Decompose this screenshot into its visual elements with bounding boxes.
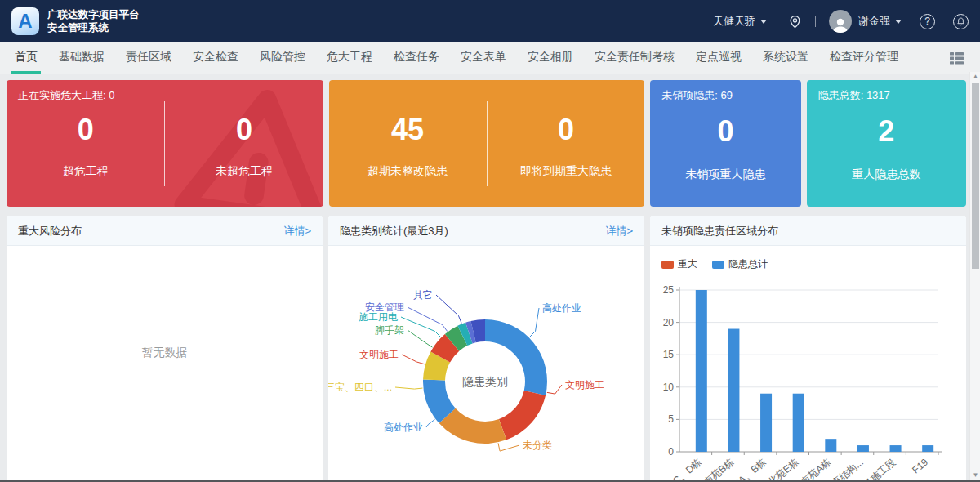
project-name: 天健天骄	[713, 14, 755, 29]
app-window: A 广联达数字项目平台 安全管理系统 天健天骄 谢金强 ?	[0, 0, 980, 482]
panel-major-risk-distribution: 重大风险分布 详情> 暂无数据	[7, 216, 323, 482]
scrollbar-up-arrow[interactable]: ▲	[970, 72, 980, 82]
legend-item-major[interactable]: 重大	[662, 257, 697, 271]
bar[interactable]	[760, 394, 772, 452]
tab-responsibility-assessment[interactable]: 安全责任制考核	[591, 42, 678, 74]
x-category-label: 南苑A栋	[799, 457, 834, 482]
tab-check-task[interactable]: 检查任务	[390, 42, 443, 74]
location-person-icon[interactable]	[788, 15, 802, 29]
tab-system-settings[interactable]: 系统设置	[760, 42, 812, 74]
x-category-label: 北苑E栋	[766, 457, 801, 482]
stat-value: 2	[878, 117, 894, 146]
pie-label: 高处作业	[384, 422, 423, 433]
y-tick-label: 10	[663, 382, 675, 393]
y-tick-label: 5	[668, 413, 674, 425]
legend-item-total[interactable]: 隐患总计	[712, 257, 768, 271]
avatar[interactable]	[829, 10, 852, 33]
stat-label: 超期未整改隐患	[368, 164, 448, 179]
stat-value: 0	[558, 115, 574, 145]
scrollbar-down-arrow[interactable]: ▼	[970, 471, 980, 480]
tab-responsibility-area[interactable]: 责任区域	[122, 42, 175, 74]
hazard-category-donut-chart[interactable]: 高处作业文明施工未分类高处作业三宝、四口、...文明施工脚手架施工用电安全管理其…	[328, 246, 644, 482]
app-title-line2: 安全管理系统	[47, 21, 140, 34]
app-logo-icon: A	[11, 7, 39, 35]
project-selector[interactable]: 天健天骄	[713, 14, 767, 29]
card-title: 隐患总数: 1317	[818, 88, 890, 103]
grid-menu-icon[interactable]	[950, 52, 964, 65]
pie-slice[interactable]	[499, 391, 546, 440]
tab-dangerous-project[interactable]: 危大工程	[323, 42, 376, 74]
pie-label-leader	[498, 443, 519, 451]
pie-label-leader	[402, 355, 425, 364]
chevron-down-icon	[895, 20, 902, 24]
stat-value: 0	[236, 115, 252, 145]
notification-bell-icon[interactable]	[953, 14, 969, 29]
pie-label-leader	[547, 385, 562, 394]
pie-label: 文明施工	[359, 349, 399, 360]
y-tick-label: 20	[663, 317, 675, 328]
pie-label: 文明施工	[565, 379, 604, 391]
pie-center-label: 隐患类别	[462, 375, 508, 388]
detail-link[interactable]: 详情>	[605, 224, 633, 239]
pie-label-leader	[436, 295, 461, 324]
chart-legend: 重大 隐患总计	[662, 257, 768, 271]
pie-label-leader	[408, 330, 432, 347]
panel-hazard-category-stats: 隐患类别统计(最近3月) 详情> 高处作业文明施工未分类高处作业三宝、四口、..…	[328, 216, 644, 482]
tab-check-score[interactable]: 检查评分管理	[826, 42, 902, 74]
pie-label-leader	[395, 387, 422, 389]
card-title: 未销项隐患: 69	[662, 88, 733, 103]
y-tick-label: 25	[663, 284, 675, 296]
panel-title: 隐患类别统计(最近3月)	[340, 224, 448, 239]
panel-region-distribution: 未销项隐患责任区域分布 重大 隐患总计 0510152025北苑C、D栋南苑B栋	[650, 216, 966, 482]
y-tick-label: 0	[668, 446, 674, 457]
stat-label: 超危工程	[63, 164, 109, 179]
bar[interactable]	[728, 329, 739, 452]
card-overdue-hazards[interactable]: 45 超期未整改隐患 0 即将到期重大隐患	[329, 80, 645, 207]
tab-safety-check[interactable]: 安全检查	[189, 42, 242, 74]
app-title-line1: 广联达数字项目平台	[47, 8, 140, 21]
pie-label-leader	[426, 419, 435, 427]
stat-label: 未超危工程	[216, 164, 273, 179]
user-name[interactable]: 谢金强	[858, 14, 890, 29]
x-category-label: 北苑C、D栋	[656, 457, 704, 482]
pie-label: 安全管理	[365, 301, 404, 313]
header-divider	[815, 16, 816, 27]
pie-label: 高处作业	[542, 302, 581, 314]
tab-safety-form[interactable]: 安全表单	[457, 42, 510, 74]
y-tick-label: 15	[663, 349, 675, 360]
bar[interactable]	[858, 445, 869, 452]
bar[interactable]	[890, 445, 902, 452]
stat-value: 45	[391, 115, 424, 145]
pie-label: 三宝、四口、...	[328, 382, 392, 393]
pie-label: 施工用电	[359, 311, 398, 323]
stat-value: 0	[717, 117, 733, 146]
bar[interactable]	[825, 439, 836, 452]
page-scrollbar[interactable]: ▲ ▼	[969, 72, 980, 482]
stat-label: 重大隐患总数	[852, 167, 920, 182]
bar[interactable]	[922, 445, 933, 452]
tab-safety-album[interactable]: 安全相册	[524, 42, 577, 74]
tab-home[interactable]: 首页	[11, 42, 41, 74]
tab-basic-data[interactable]: 基础数据	[56, 42, 108, 74]
legend-swatch	[712, 261, 724, 269]
chevron-down-icon	[760, 20, 767, 24]
scrollbar-thumb[interactable]	[972, 83, 979, 269]
detail-link[interactable]: 详情>	[283, 224, 311, 239]
pie-label: 其它	[413, 289, 433, 301]
card-total-major-hazards[interactable]: 隐患总数: 1317 2 重大隐患总数	[807, 80, 966, 207]
x-category-label: B-1施工段	[857, 457, 898, 482]
legend-label: 隐患总计	[728, 257, 768, 271]
tab-fixed-patrol[interactable]: 定点巡视	[693, 42, 745, 74]
app-header: A 广联达数字项目平台 安全管理系统 天健天骄 谢金强 ?	[0, 0, 980, 42]
x-category-label: 南苑B栋	[702, 457, 737, 482]
help-icon[interactable]: ?	[920, 14, 935, 29]
bar[interactable]	[793, 394, 804, 452]
card-open-major-hazards[interactable]: 未销项隐患: 69 0 未销项重大隐患	[650, 80, 800, 207]
region-bar-chart[interactable]: 0510152025北苑C、D栋南苑B栋北苑A、B栋北苑E栋南苑A栋北苑E座结构…	[650, 246, 966, 482]
pie-label-leader	[408, 307, 448, 332]
tab-risk-control[interactable]: 风险管控	[256, 42, 309, 74]
card-dangerous-projects[interactable]: 正在实施危大工程: 0 0 超危工程 0 未超危工程	[7, 80, 323, 207]
bar[interactable]	[696, 290, 707, 452]
stat-value: 0	[78, 115, 94, 145]
legend-swatch	[662, 261, 674, 269]
